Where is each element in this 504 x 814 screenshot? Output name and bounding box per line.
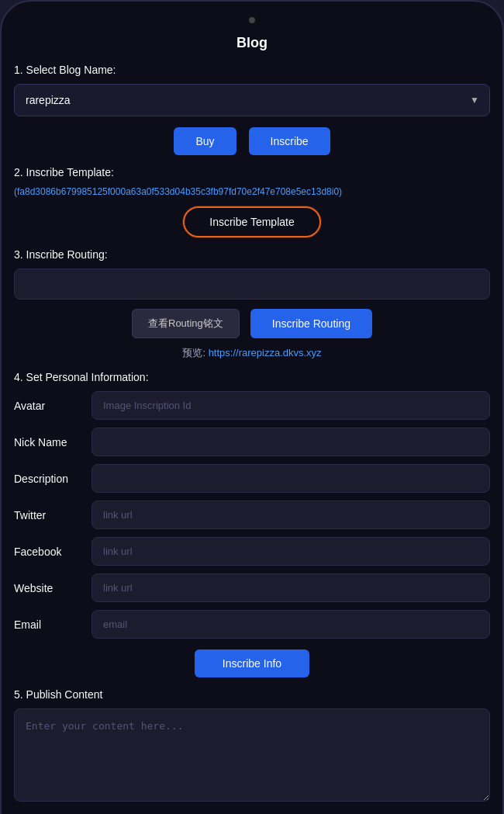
blog-name-select[interactable]: rarepizza (14, 84, 490, 116)
section1-label: 1. Select Blog Name: (14, 64, 490, 76)
inscribe-routing-button[interactable]: Inscribe Routing (250, 309, 372, 338)
twitter-input[interactable] (91, 501, 490, 529)
buy-inscribe-row: Buy Inscribe (14, 127, 490, 155)
email-row: Email (14, 610, 490, 639)
twitter-row: Twitter (14, 501, 490, 529)
preview-text: 预览: (182, 347, 205, 359)
routing-input[interactable] (14, 268, 490, 300)
facebook-label: Facebook (14, 546, 84, 558)
facebook-row: Facebook (14, 537, 490, 566)
page-container: Blog 1. Select Blog Name: rarepizza ▼ Bu… (2, 35, 502, 814)
website-label: Website (14, 582, 84, 594)
avatar-input[interactable] (91, 391, 490, 420)
device-frame: Blog 1. Select Blog Name: rarepizza ▼ Bu… (0, 0, 504, 814)
preview-link-row: 预览: https://rarepizza.dkvs.xyz (14, 346, 490, 360)
blog-name-select-wrapper: rarepizza ▼ (14, 84, 490, 116)
section2-label: 2. Inscribe Template: (14, 166, 490, 178)
inscribe-template-button[interactable]: Inscribe Template (183, 206, 320, 237)
avatar-label: Avatar (14, 400, 84, 412)
page-title: Blog (14, 35, 490, 51)
facebook-input[interactable] (91, 537, 490, 566)
section3-label: 3. Inscribe Routing: (14, 248, 490, 261)
description-input[interactable] (91, 464, 490, 493)
nickname-row: Nick Name (14, 428, 490, 456)
check-routing-button[interactable]: 查看Routing铭文 (132, 309, 240, 338)
inscribe-info-button[interactable]: Inscribe Info (195, 649, 309, 677)
section5-label: 5. Publish Content (14, 688, 490, 701)
nickname-label: Nick Name (14, 436, 84, 449)
preview-url-link[interactable]: https://rarepizza.dkvs.xyz (209, 347, 322, 359)
avatar-row: Avatar (14, 391, 490, 420)
twitter-label: Twitter (14, 509, 84, 521)
inscribe-button[interactable]: Inscribe (249, 127, 330, 155)
publish-textarea[interactable] (14, 708, 490, 802)
description-row: Description (14, 464, 490, 493)
buy-button[interactable]: Buy (174, 127, 236, 155)
template-hash: (fa8d3086b679985125f000a63a0f533d04b35c3… (14, 186, 490, 197)
nickname-input[interactable] (91, 428, 490, 456)
notch (249, 17, 255, 23)
website-input[interactable] (91, 573, 490, 602)
routing-btn-row: 查看Routing铭文 Inscribe Routing (14, 309, 490, 338)
email-input[interactable] (91, 610, 490, 639)
email-label: Email (14, 618, 84, 631)
description-label: Description (14, 473, 84, 485)
website-row: Website (14, 573, 490, 602)
section4-label: 4. Set Personal Information: (14, 371, 490, 383)
